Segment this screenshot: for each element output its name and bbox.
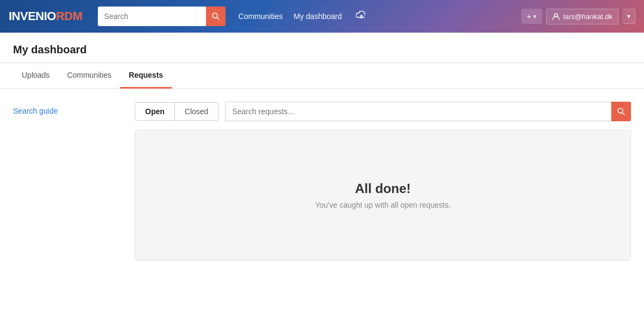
search-guide-link[interactable]: Search guide [13, 107, 58, 115]
nav-communities[interactable]: Communities [239, 12, 283, 21]
tab-uploads[interactable]: Uploads [13, 63, 58, 89]
user-icon [552, 13, 560, 20]
global-search-button[interactable] [206, 7, 226, 26]
logo[interactable]: INVENIORDM [9, 9, 83, 23]
header-actions: + ▾ lars@hankat.dk ▾ [521, 9, 635, 24]
logo-invenio: INVENIO [9, 9, 56, 23]
add-button[interactable]: + ▾ [521, 9, 542, 24]
tab-requests[interactable]: Requests [120, 63, 172, 89]
global-search-bar [98, 7, 226, 26]
requests-search-bar [225, 102, 631, 121]
requests-search-input[interactable] [225, 102, 611, 121]
cloud-upload-icon [356, 11, 367, 20]
svg-line-5 [622, 113, 624, 115]
tabs-nav: Uploads Communities Requests [0, 63, 644, 89]
page-container: My dashboard Uploads Communities Request… [0, 33, 644, 317]
user-email: lars@hankat.dk [563, 13, 612, 21]
empty-state-title: All done! [355, 181, 411, 196]
nav-my-dashboard[interactable]: My dashboard [293, 12, 342, 21]
filter-bar: Open Closed [135, 102, 631, 121]
page-header: My dashboard [0, 33, 644, 63]
main-area: Open Closed All done! You've caught [135, 102, 631, 260]
nav-links: Communities My dashboard [239, 8, 370, 26]
upload-icon-button[interactable] [353, 8, 370, 26]
page-title: My dashboard [13, 43, 631, 56]
search-icon [212, 13, 220, 20]
closed-filter-button[interactable]: Closed [175, 103, 218, 120]
logo-rdm: RDM [56, 9, 83, 23]
user-menu-button[interactable]: lars@hankat.dk [546, 9, 618, 24]
header: INVENIORDM Communities My dashboard + ▾ [0, 0, 644, 33]
sidebar: Search guide [13, 102, 122, 260]
content-area: Search guide Open Closed [0, 89, 644, 274]
global-search-input[interactable] [98, 7, 206, 26]
open-closed-toggle: Open Closed [135, 102, 218, 121]
requests-search-button[interactable] [611, 102, 631, 121]
tab-communities[interactable]: Communities [58, 63, 120, 89]
user-caret-button[interactable]: ▾ [623, 9, 635, 24]
empty-state: All done! You've caught up with all open… [135, 130, 631, 260]
open-filter-button[interactable]: Open [135, 103, 175, 120]
svg-line-1 [217, 17, 219, 20]
empty-state-subtitle: You've caught up with all open requests. [315, 201, 451, 209]
search-icon [617, 108, 625, 115]
